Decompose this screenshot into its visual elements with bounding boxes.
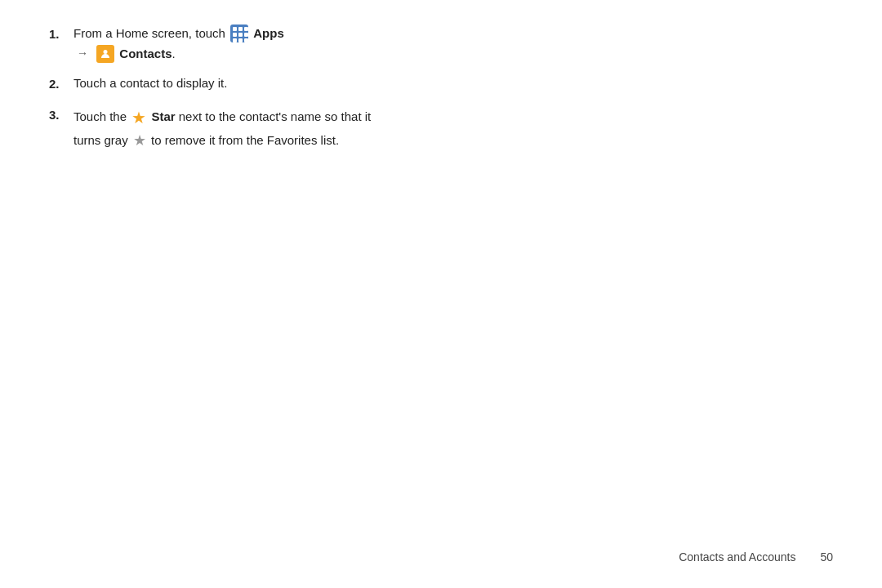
list-item: 3. Touch the ★ Star next to the contact'… [49, 105, 833, 152]
step-text-suffix-2: to remove it from the Favorites list. [151, 131, 339, 150]
apps-label: Apps [253, 24, 284, 43]
step-text-suffix: next to the contact's name so that it [179, 108, 372, 127]
step-text-prefix: Touch the [74, 108, 127, 127]
step-content: From a Home screen, touch Apps → [74, 24, 833, 63]
list-item: 1. From a Home screen, touch Apps → [49, 24, 833, 63]
instructions-list: 1. From a Home screen, touch Apps → [49, 24, 833, 152]
step-line-1: From a Home screen, touch Apps [74, 24, 833, 43]
step-line-2: turns gray ★ to remove it from the Favor… [74, 130, 833, 152]
contacts-period: . [172, 45, 176, 64]
step-content: Touch the ★ Star next to the contact's n… [74, 105, 833, 152]
page-content: 1. From a Home screen, touch Apps → [0, 0, 882, 188]
star-gray-icon: ★ [133, 130, 146, 152]
step-number: 3. [49, 105, 74, 125]
step-line-2: → Contacts . [74, 45, 833, 64]
apps-grid-icon [230, 24, 248, 42]
step-content: Touch a contact to display it. [74, 74, 833, 93]
step-line-1: Touch the ★ Star next to the contact's n… [74, 105, 833, 130]
step-text-prefix: From a Home screen, touch [74, 24, 225, 43]
arrow-icon: → [77, 45, 88, 62]
star-label: Star [151, 108, 175, 127]
footer-page-number: 50 [820, 550, 833, 564]
step-number: 2. [49, 74, 74, 94]
step-text: Touch a contact to display it. [74, 76, 227, 90]
page-footer: Contacts and Accounts 50 [679, 550, 833, 564]
svg-point-0 [104, 50, 108, 54]
footer-title: Contacts and Accounts [679, 550, 795, 564]
list-item: 2. Touch a contact to display it. [49, 74, 833, 94]
turns-gray-text: turns gray [74, 131, 128, 150]
contacts-app-icon [96, 45, 114, 63]
contacts-label: Contacts [119, 45, 172, 64]
star-orange-icon: ★ [131, 105, 146, 130]
step-number: 1. [49, 24, 74, 44]
